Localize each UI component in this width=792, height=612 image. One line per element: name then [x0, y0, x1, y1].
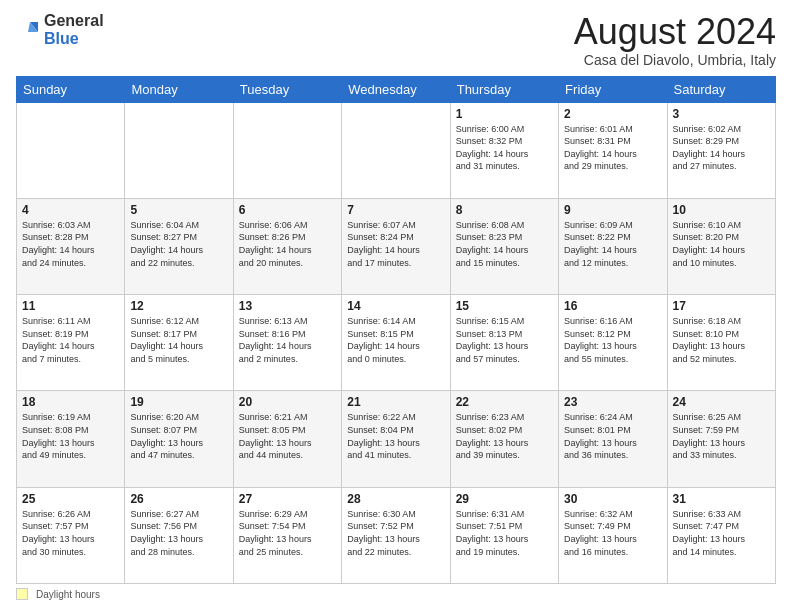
calendar-table: Sunday Monday Tuesday Wednesday Thursday… [16, 76, 776, 584]
day-number-11: 11 [22, 299, 119, 313]
cell-0-0 [17, 102, 125, 198]
cell-3-5: 23Sunrise: 6:24 AMSunset: 8:01 PMDayligh… [559, 391, 667, 487]
day-number-7: 7 [347, 203, 444, 217]
cell-3-0: 18Sunrise: 6:19 AMSunset: 8:08 PMDayligh… [17, 391, 125, 487]
day-number-9: 9 [564, 203, 661, 217]
day-info-11: Sunrise: 6:11 AMSunset: 8:19 PMDaylight:… [22, 315, 119, 365]
cell-4-1: 26Sunrise: 6:27 AMSunset: 7:56 PMDayligh… [125, 487, 233, 583]
cell-1-1: 5Sunrise: 6:04 AMSunset: 8:27 PMDaylight… [125, 198, 233, 294]
day-info-2: Sunrise: 6:01 AMSunset: 8:31 PMDaylight:… [564, 123, 661, 173]
footer: Daylight hours [16, 588, 776, 600]
day-number-4: 4 [22, 203, 119, 217]
day-number-15: 15 [456, 299, 553, 313]
day-info-4: Sunrise: 6:03 AMSunset: 8:28 PMDaylight:… [22, 219, 119, 269]
col-monday: Monday [125, 76, 233, 102]
day-info-15: Sunrise: 6:15 AMSunset: 8:13 PMDaylight:… [456, 315, 553, 365]
logo: General Blue [16, 12, 104, 47]
day-info-17: Sunrise: 6:18 AMSunset: 8:10 PMDaylight:… [673, 315, 770, 365]
cell-3-1: 19Sunrise: 6:20 AMSunset: 8:07 PMDayligh… [125, 391, 233, 487]
calendar-header-row: Sunday Monday Tuesday Wednesday Thursday… [17, 76, 776, 102]
day-number-16: 16 [564, 299, 661, 313]
day-number-3: 3 [673, 107, 770, 121]
day-info-28: Sunrise: 6:30 AMSunset: 7:52 PMDaylight:… [347, 508, 444, 558]
cell-1-5: 9Sunrise: 6:09 AMSunset: 8:22 PMDaylight… [559, 198, 667, 294]
cell-2-2: 13Sunrise: 6:13 AMSunset: 8:16 PMDayligh… [233, 295, 341, 391]
week-row-0: 1Sunrise: 6:00 AMSunset: 8:32 PMDaylight… [17, 102, 776, 198]
logo-text: General Blue [44, 12, 104, 47]
cell-0-4: 1Sunrise: 6:00 AMSunset: 8:32 PMDaylight… [450, 102, 558, 198]
day-info-14: Sunrise: 6:14 AMSunset: 8:15 PMDaylight:… [347, 315, 444, 365]
day-number-12: 12 [130, 299, 227, 313]
title-block: August 2024 Casa del Diavolo, Umbria, It… [574, 12, 776, 68]
day-info-6: Sunrise: 6:06 AMSunset: 8:26 PMDaylight:… [239, 219, 336, 269]
daylight-label: Daylight hours [36, 589, 100, 600]
page: General Blue August 2024 Casa del Diavol… [0, 0, 792, 612]
cell-3-6: 24Sunrise: 6:25 AMSunset: 7:59 PMDayligh… [667, 391, 775, 487]
day-info-12: Sunrise: 6:12 AMSunset: 8:17 PMDaylight:… [130, 315, 227, 365]
day-info-22: Sunrise: 6:23 AMSunset: 8:02 PMDaylight:… [456, 411, 553, 461]
col-sunday: Sunday [17, 76, 125, 102]
day-info-7: Sunrise: 6:07 AMSunset: 8:24 PMDaylight:… [347, 219, 444, 269]
cell-3-2: 20Sunrise: 6:21 AMSunset: 8:05 PMDayligh… [233, 391, 341, 487]
week-row-4: 25Sunrise: 6:26 AMSunset: 7:57 PMDayligh… [17, 487, 776, 583]
day-info-23: Sunrise: 6:24 AMSunset: 8:01 PMDaylight:… [564, 411, 661, 461]
day-info-24: Sunrise: 6:25 AMSunset: 7:59 PMDaylight:… [673, 411, 770, 461]
day-number-28: 28 [347, 492, 444, 506]
cell-2-0: 11Sunrise: 6:11 AMSunset: 8:19 PMDayligh… [17, 295, 125, 391]
cell-1-3: 7Sunrise: 6:07 AMSunset: 8:24 PMDaylight… [342, 198, 450, 294]
col-wednesday: Wednesday [342, 76, 450, 102]
day-info-1: Sunrise: 6:00 AMSunset: 8:32 PMDaylight:… [456, 123, 553, 173]
cell-2-5: 16Sunrise: 6:16 AMSunset: 8:12 PMDayligh… [559, 295, 667, 391]
day-number-13: 13 [239, 299, 336, 313]
cell-4-0: 25Sunrise: 6:26 AMSunset: 7:57 PMDayligh… [17, 487, 125, 583]
cell-0-3 [342, 102, 450, 198]
day-info-8: Sunrise: 6:08 AMSunset: 8:23 PMDaylight:… [456, 219, 553, 269]
day-number-5: 5 [130, 203, 227, 217]
day-info-21: Sunrise: 6:22 AMSunset: 8:04 PMDaylight:… [347, 411, 444, 461]
cell-4-6: 31Sunrise: 6:33 AMSunset: 7:47 PMDayligh… [667, 487, 775, 583]
day-info-29: Sunrise: 6:31 AMSunset: 7:51 PMDaylight:… [456, 508, 553, 558]
day-number-29: 29 [456, 492, 553, 506]
header: General Blue August 2024 Casa del Diavol… [16, 12, 776, 68]
cell-0-5: 2Sunrise: 6:01 AMSunset: 8:31 PMDaylight… [559, 102, 667, 198]
day-number-24: 24 [673, 395, 770, 409]
day-number-26: 26 [130, 492, 227, 506]
day-info-26: Sunrise: 6:27 AMSunset: 7:56 PMDaylight:… [130, 508, 227, 558]
cell-0-2 [233, 102, 341, 198]
logo-blue: Blue [44, 30, 79, 47]
cell-1-6: 10Sunrise: 6:10 AMSunset: 8:20 PMDayligh… [667, 198, 775, 294]
location: Casa del Diavolo, Umbria, Italy [574, 52, 776, 68]
cell-4-5: 30Sunrise: 6:32 AMSunset: 7:49 PMDayligh… [559, 487, 667, 583]
cell-2-1: 12Sunrise: 6:12 AMSunset: 8:17 PMDayligh… [125, 295, 233, 391]
day-number-20: 20 [239, 395, 336, 409]
daylight-box-icon [16, 588, 28, 600]
cell-2-3: 14Sunrise: 6:14 AMSunset: 8:15 PMDayligh… [342, 295, 450, 391]
cell-2-6: 17Sunrise: 6:18 AMSunset: 8:10 PMDayligh… [667, 295, 775, 391]
day-number-22: 22 [456, 395, 553, 409]
day-info-3: Sunrise: 6:02 AMSunset: 8:29 PMDaylight:… [673, 123, 770, 173]
day-number-17: 17 [673, 299, 770, 313]
cell-1-0: 4Sunrise: 6:03 AMSunset: 8:28 PMDaylight… [17, 198, 125, 294]
col-tuesday: Tuesday [233, 76, 341, 102]
cell-1-4: 8Sunrise: 6:08 AMSunset: 8:23 PMDaylight… [450, 198, 558, 294]
day-info-10: Sunrise: 6:10 AMSunset: 8:20 PMDaylight:… [673, 219, 770, 269]
day-info-13: Sunrise: 6:13 AMSunset: 8:16 PMDaylight:… [239, 315, 336, 365]
day-info-16: Sunrise: 6:16 AMSunset: 8:12 PMDaylight:… [564, 315, 661, 365]
cell-4-4: 29Sunrise: 6:31 AMSunset: 7:51 PMDayligh… [450, 487, 558, 583]
cell-2-4: 15Sunrise: 6:15 AMSunset: 8:13 PMDayligh… [450, 295, 558, 391]
day-number-14: 14 [347, 299, 444, 313]
day-number-31: 31 [673, 492, 770, 506]
day-info-9: Sunrise: 6:09 AMSunset: 8:22 PMDaylight:… [564, 219, 661, 269]
col-thursday: Thursday [450, 76, 558, 102]
day-info-31: Sunrise: 6:33 AMSunset: 7:47 PMDaylight:… [673, 508, 770, 558]
day-info-30: Sunrise: 6:32 AMSunset: 7:49 PMDaylight:… [564, 508, 661, 558]
day-number-23: 23 [564, 395, 661, 409]
day-number-6: 6 [239, 203, 336, 217]
day-number-10: 10 [673, 203, 770, 217]
day-number-1: 1 [456, 107, 553, 121]
week-row-3: 18Sunrise: 6:19 AMSunset: 8:08 PMDayligh… [17, 391, 776, 487]
logo-icon [16, 18, 40, 42]
col-friday: Friday [559, 76, 667, 102]
week-row-2: 11Sunrise: 6:11 AMSunset: 8:19 PMDayligh… [17, 295, 776, 391]
day-info-27: Sunrise: 6:29 AMSunset: 7:54 PMDaylight:… [239, 508, 336, 558]
